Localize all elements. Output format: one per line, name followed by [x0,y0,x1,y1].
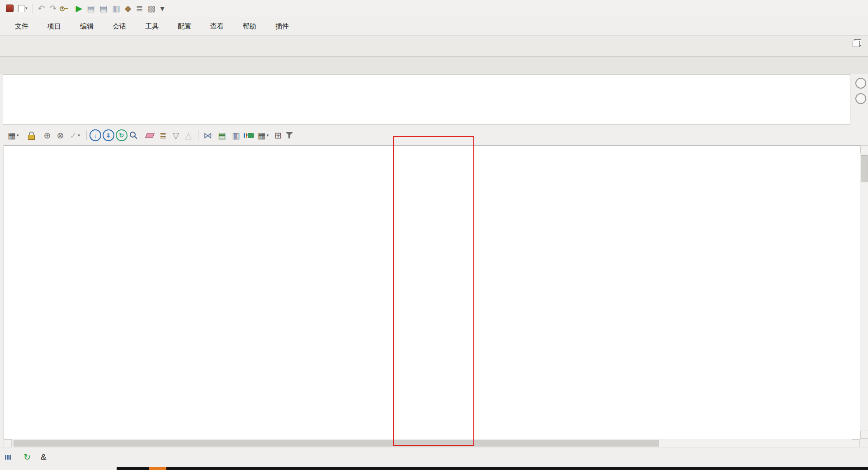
calculator-button[interactable]: ≣ [133,2,145,15]
tab-bar [0,36,868,57]
titlebar-toolbar: ▾↶↷▾▶▤▤▥◆≣▧▾ [4,0,167,17]
statusbar-left: ↻& [5,447,55,467]
menu-file[interactable]: 文件 [5,17,38,36]
grid-mode-button-glyph: ▦ [8,131,16,140]
undo-button[interactable]: ↶ [36,2,47,15]
sql-editor[interactable] [3,74,850,125]
command-window-button-glyph: ▤ [87,4,95,13]
export-excel-button[interactable]: ▤ [216,128,228,142]
script-runner-button-glyph: ▤ [99,4,108,13]
single-record-view-button[interactable]: ▽ [170,128,182,142]
sort-button[interactable]: △ [183,128,194,142]
export-options-button-glyph: ≣ [160,131,167,140]
post-changes-button[interactable]: ✓▾ [67,128,82,142]
vertical-scroll-thumb[interactable] [861,155,868,182]
menu-view[interactable]: 查看 [201,17,233,36]
title-bar: ▾↶↷▾▶▤▤▥◆≣▧▾ [0,0,868,17]
macro-icon-glyph: & [41,453,47,461]
command-window-button[interactable]: ▤ [85,2,97,15]
grid-toolbar: ▦▾⊕⊗✓▾↓⇓↻≣▽△⋈▤▥▾▦▾⊞ [0,125,868,145]
toolbar-separator [25,130,25,140]
single-record-view-button-glyph: ▽ [173,131,179,140]
taskbar-strip [0,467,868,470]
logon-button[interactable]: ▾ [59,4,73,14]
refresh-query-button[interactable]: ↻ [116,129,127,141]
minimize-button[interactable] [806,0,826,17]
stamp-button[interactable]: ◆ [123,2,134,15]
insert-record-button[interactable]: ⊕ [41,128,53,142]
linked-query-button[interactable]: ⋈ [201,128,214,142]
stamp-button-glyph: ◆ [125,4,132,13]
scroll-up-button[interactable] [860,145,868,153]
script-runner-button[interactable]: ▤ [97,2,110,15]
results-grid [4,145,860,439]
menu-edit[interactable]: 编辑 [71,17,103,36]
window-tabs [0,36,4,56]
report-window-button-glyph: ▥ [112,4,120,13]
linked-query-button-glyph: ⋈ [203,131,212,140]
horizontal-scroll-thumb[interactable] [14,440,659,446]
window-controls [806,0,868,17]
documents-button[interactable]: ▧ [145,2,158,15]
taskbar-app-indicator [149,467,166,470]
copy-grid-button[interactable]: ▥ [230,128,242,142]
editor-next-button[interactable] [855,93,866,104]
horizontal-scrollbar[interactable] [4,439,860,447]
menu-configure[interactable]: 配置 [168,17,201,36]
fetch-next-page-button[interactable]: ↓ [90,129,101,141]
export-options-button[interactable]: ≣ [157,128,169,142]
refresh-query-button-glyph: ↻ [119,133,124,138]
clear-grid-button[interactable] [144,128,156,142]
session-selector[interactable] [407,447,410,467]
documents-button-glyph: ▧ [147,4,156,13]
show-table-button-glyph: ⊞ [274,131,282,140]
fetch-all-button-glyph: ⇓ [106,133,111,138]
subtab-bar [0,57,868,74]
delete-record-button[interactable]: ⊗ [54,128,66,142]
taskbar-dark-area [117,467,868,470]
calculator-button-glyph: ≣ [136,4,143,13]
maximize-button[interactable] [826,0,847,17]
menu-plugins[interactable]: 插件 [266,17,298,36]
connection-icon[interactable] [4,2,16,15]
sessions-icon[interactable] [5,454,16,461]
macro-icon[interactable]: & [38,451,49,464]
layout-button[interactable]: ▦▾ [255,128,271,142]
filter-button[interactable] [285,131,298,140]
sql-editor-text [3,75,850,80]
auto-refresh-icon[interactable]: ↻ [21,451,33,464]
statusbar-message-area [627,447,633,467]
toolbar-customize-button[interactable]: ▾ [158,2,167,15]
editor-nav-buttons [854,78,867,104]
find-button[interactable] [129,131,142,140]
menu-help[interactable]: 帮助 [233,17,266,36]
menu-tools[interactable]: 工具 [136,17,168,36]
redo-button[interactable]: ↷ [47,2,59,15]
lock-record-button[interactable] [28,131,40,140]
auto-refresh-icon-glyph: ↻ [24,453,31,461]
scroll-right-button[interactable] [852,439,860,447]
execute-button[interactable]: ▶ [73,2,85,15]
new-window-button[interactable]: ▾ [16,2,30,15]
chart-button[interactable]: ▾ [244,133,254,138]
chevron-down-icon: ▾ [78,133,80,138]
scroll-left-button[interactable] [4,439,12,447]
insert-record-button-glyph: ⊕ [43,131,51,140]
report-window-button[interactable]: ▥ [110,2,123,15]
copy-grid-button-glyph: ▥ [232,131,240,140]
toolbar-separator [33,4,33,14]
redo-button-glyph: ↷ [49,4,57,13]
delete-record-button-glyph: ⊗ [57,131,64,140]
editor-prev-button[interactable] [855,78,866,89]
menu-bar: 文件项目编辑会话工具配置查看帮助插件 [0,17,868,36]
vertical-scrollbar[interactable] [860,145,868,439]
grid-mode-button[interactable]: ▦▾ [5,128,21,142]
close-button[interactable] [847,0,868,17]
menu-project[interactable]: 项目 [38,17,71,36]
show-table-button[interactable]: ⊞ [272,128,284,142]
menu-session[interactable]: 会话 [103,17,136,36]
window-list-button[interactable] [853,41,862,47]
scroll-down-button[interactable] [860,431,868,439]
fetch-all-button[interactable]: ⇓ [103,129,114,141]
chevron-down-icon: ▾ [61,6,63,10]
